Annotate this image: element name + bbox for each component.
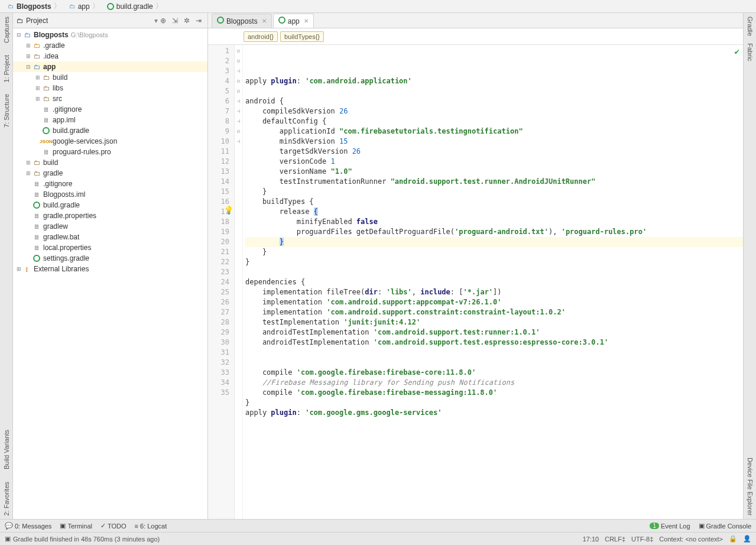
code-line[interactable]: versionName "1.0": [245, 167, 743, 177]
fold-marker[interactable]: ⊣: [235, 137, 242, 147]
code-line[interactable]: targetSdkVersion 26: [245, 147, 743, 157]
fold-marker[interactable]: ⊣: [235, 96, 242, 106]
code-line[interactable]: defaultConfig {: [245, 116, 743, 126]
code-line[interactable]: testInstrumentationRunner "android.suppo…: [245, 177, 743, 187]
code-line[interactable]: }: [245, 187, 743, 197]
tree-row[interactable]: ⊞🗀build: [13, 72, 207, 83]
toolwindow-messages[interactable]: 💬0: Messages: [5, 522, 51, 530]
tree-row[interactable]: build.gradle: [13, 125, 207, 136]
code-line[interactable]: apply plugin: 'com.google.gms.google-ser…: [245, 408, 743, 418]
toolwindow-device-file-explorer[interactable]: Device File Explorer: [745, 454, 755, 519]
settings-icon[interactable]: ✲: [181, 15, 192, 26]
editor-tab[interactable]: app✕: [273, 14, 314, 28]
tree-row[interactable]: settings.gradle: [13, 253, 207, 264]
code-line[interactable]: compile 'com.google.firebase:firebase-co…: [245, 368, 743, 378]
tree-toggle-icon[interactable]: ⊞: [15, 266, 22, 272]
tree-row[interactable]: 🗎.gitignore: [13, 104, 207, 115]
hide-icon[interactable]: ⇥: [193, 15, 204, 26]
fold-marker[interactable]: ⊟: [235, 76, 242, 86]
toolwindow-gradle-console[interactable]: ▣Gradle Console: [699, 522, 751, 530]
editor-tab[interactable]: Blogposts✕: [212, 14, 272, 28]
tree-row[interactable]: ⊞🗀gradle: [13, 168, 207, 179]
code-line[interactable]: //Firebase Messaging library for Sending…: [245, 378, 743, 388]
code-line[interactable]: apply plugin: 'com.android.application': [245, 76, 743, 86]
inspector-icon[interactable]: 👤: [743, 535, 751, 543]
code-line[interactable]: testImplementation 'junit:junit:4.12': [245, 317, 743, 327]
toolwindow-terminal[interactable]: ▣Terminal: [60, 522, 92, 530]
code-line[interactable]: }: [245, 237, 743, 247]
code-line[interactable]: versionCode 1: [245, 157, 743, 167]
toolwindow-structure[interactable]: 7: Structure: [2, 90, 11, 131]
tree-toggle-icon[interactable]: ⊞: [25, 160, 32, 166]
tree-row[interactable]: 🗎Blogposts.iml: [13, 189, 207, 200]
fold-marker[interactable]: ⊣: [235, 116, 242, 126]
code-editor[interactable]: ✔ apply plugin: 'com.android.application…: [243, 45, 743, 519]
toolwindow-fabric[interactable]: Fabric: [745, 40, 755, 65]
toolwindow-gradle[interactable]: Gradle: [745, 13, 755, 40]
code-line[interactable]: [245, 267, 743, 277]
code-line[interactable]: proguardFiles getDefaultProguardFile('pr…: [245, 227, 743, 237]
cursor-position[interactable]: 17:10: [583, 536, 599, 543]
fold-marker[interactable]: ⊟: [235, 126, 242, 137]
toolwindow-favorites[interactable]: 2: Favorites: [2, 478, 11, 519]
tree-row[interactable]: 🗎app.iml: [13, 115, 207, 125]
tree-row[interactable]: 🗎gradlew.bat: [13, 232, 207, 242]
tree-toggle-icon[interactable]: ⊞: [34, 74, 41, 80]
tree-row[interactable]: ⊞🗀build: [13, 157, 207, 168]
close-icon[interactable]: ✕: [304, 18, 309, 24]
tree-row[interactable]: ⊟🗀BlogpostsG:\Blogposts: [13, 30, 207, 40]
toolwindow-captures[interactable]: Captures: [2, 13, 11, 47]
tree-row[interactable]: ⊞🗀src: [13, 93, 207, 104]
editor-body[interactable]: 1234567891011121314151617181920212223242…: [208, 45, 743, 519]
code-line[interactable]: androidTestImplementation 'com.android.s…: [245, 327, 743, 338]
code-line[interactable]: implementation 'com.android.support:appc…: [245, 297, 743, 307]
locate-icon[interactable]: ⊕: [158, 15, 168, 26]
code-line[interactable]: compile 'com.google.firebase:firebase-me…: [245, 388, 743, 398]
fold-marker[interactable]: ⊟: [235, 56, 242, 66]
tree-row[interactable]: 🗎gradle.properties: [13, 210, 207, 221]
tree-toggle-icon[interactable]: ⊞: [25, 53, 32, 59]
code-line[interactable]: minifyEnabled false: [245, 217, 743, 227]
toolwindow-event-log[interactable]: 1Event Log: [650, 522, 690, 530]
tree-toggle-icon[interactable]: ⊞: [34, 85, 41, 91]
code-line[interactable]: [245, 86, 743, 96]
code-line[interactable]: [245, 358, 743, 368]
tree-row[interactable]: 🗎.gitignore: [13, 179, 207, 189]
tree-toggle-icon[interactable]: ⊞: [25, 43, 32, 48]
toolwindow-project[interactable]: 1: Project: [2, 51, 11, 86]
tree-toggle-icon[interactable]: ⊟: [25, 64, 32, 70]
fold-marker[interactable]: ⊣: [235, 106, 242, 116]
code-line[interactable]: }: [245, 247, 743, 257]
structure-crumb[interactable]: buildTypes{}: [280, 31, 324, 42]
toolwindow-build-variants[interactable]: Build Variants: [2, 426, 11, 473]
fold-marker[interactable]: ⊟: [235, 46, 242, 56]
lock-icon[interactable]: 🔒: [729, 535, 737, 543]
code-line[interactable]: compileSdkVersion 26: [245, 106, 743, 116]
collapse-icon[interactable]: ⇲: [170, 15, 180, 26]
project-view-selector[interactable]: Project: [26, 17, 48, 25]
fold-marker[interactable]: ⊟: [235, 86, 242, 96]
toolwindow-todo[interactable]: ✓TODO: [100, 522, 126, 530]
tree-row[interactable]: ⊞⫿External Libraries: [13, 264, 207, 274]
fold-marker[interactable]: ⊣: [235, 66, 242, 76]
fold-gutter[interactable]: ⊟⊟⊣⊟⊟⊣⊣⊣⊟⊣: [235, 45, 243, 519]
project-tree[interactable]: ⊟🗀BlogpostsG:\Blogposts⊞🗀.gradle⊞🗀.idea⊟…: [13, 28, 207, 519]
tree-row[interactable]: ⊞🗀.gradle: [13, 40, 207, 51]
code-line[interactable]: applicationId "com.firebasetutorials.tes…: [245, 126, 743, 137]
code-line[interactable]: implementation fileTree(dir: 'libs', inc…: [245, 287, 743, 297]
tree-row[interactable]: ⊞🗀.idea: [13, 51, 207, 61]
tree-row[interactable]: ⊞🗀libs: [13, 83, 207, 93]
code-line[interactable]: buildTypes {: [245, 197, 743, 207]
breadcrumb-item[interactable]: 🗀Blogposts: [3, 0, 64, 12]
tree-row[interactable]: 🗎proguard-rules.pro: [13, 147, 207, 157]
tree-row[interactable]: 🗎local.properties: [13, 242, 207, 253]
tree-row[interactable]: 🗎gradlew: [13, 221, 207, 232]
structure-crumb[interactable]: android{}: [244, 31, 278, 42]
code-line[interactable]: androidTestImplementation 'com.android.s…: [245, 338, 743, 348]
file-encoding[interactable]: UTF-8‡: [631, 536, 653, 543]
toolwindow-logcat[interactable]: ≡6: Logcat: [135, 523, 167, 530]
breadcrumb-item[interactable]: build.gradle: [103, 0, 166, 12]
tree-row[interactable]: build.gradle: [13, 200, 207, 210]
code-line[interactable]: implementation 'com.android.support.cons…: [245, 307, 743, 317]
breadcrumb-item[interactable]: 🗀app: [64, 0, 103, 12]
